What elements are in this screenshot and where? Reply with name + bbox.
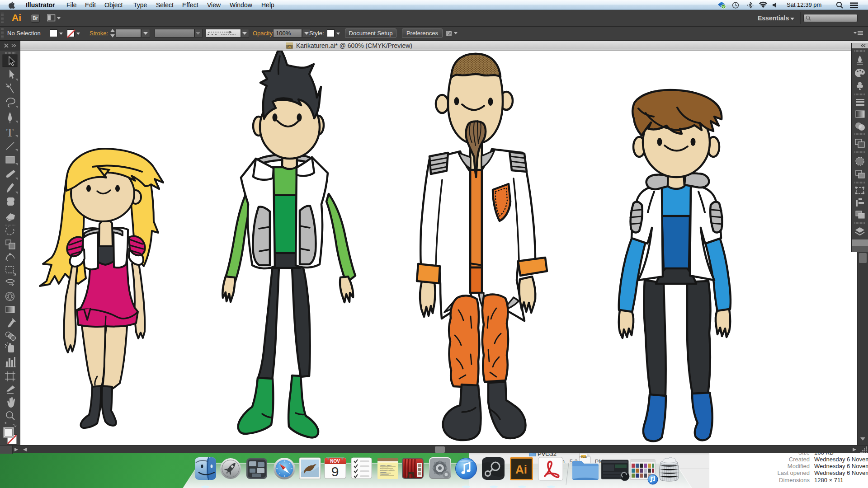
svg-text:T: T: [6, 126, 14, 139]
svg-text:Ai: Ai: [288, 46, 291, 48]
